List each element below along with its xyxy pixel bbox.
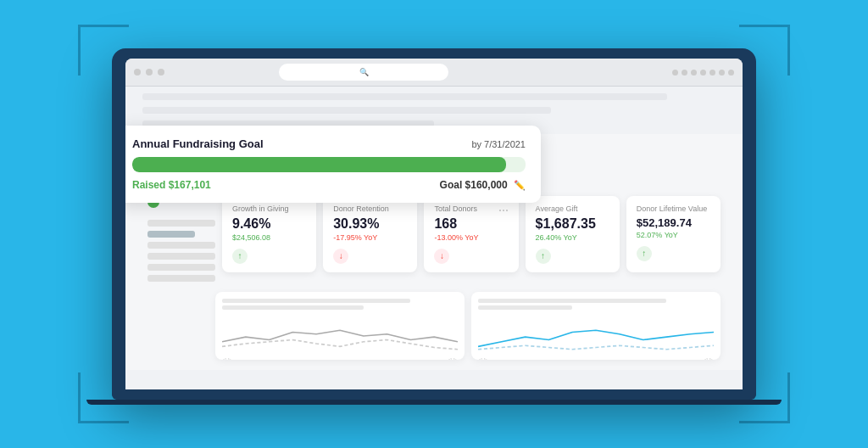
arrow-down-icon: ↓ <box>434 249 449 264</box>
chart-placeholder-lines <box>222 299 458 310</box>
metric-sub: -17.95% YoY <box>333 233 407 242</box>
sidebar-placeholder <box>147 242 215 249</box>
arrow-up-icon: ↑ <box>232 249 248 264</box>
charts-row: ◁ ▷ ◁ ▷ <box>207 292 729 360</box>
browser-dot-red <box>134 69 141 76</box>
placeholder-line <box>478 299 666 303</box>
metric-value: 30.93% <box>333 216 407 232</box>
placeholder-bar <box>142 107 551 114</box>
placeholder-bar <box>142 93 667 100</box>
placeholder-line <box>222 299 410 303</box>
placeholder-line <box>478 305 572 310</box>
chart-x-label: ◁ ▷ <box>222 356 232 360</box>
goal-card-footer: Raised $167,101 Goal $160,000 ✏️ <box>132 179 526 191</box>
metric-sub: $24,506.08 <box>232 233 306 242</box>
chart-x-label: ◁ ▷ <box>704 356 714 360</box>
metric-card-growth: Growth in Giving 9.46% $24,506.08 ↑ <box>222 196 316 272</box>
arrow-up-icon: ↑ <box>536 249 551 264</box>
laptop: 🔍 <box>112 48 756 400</box>
line-chart-1 <box>222 313 458 351</box>
arrow-up-icon: ↑ <box>637 246 652 261</box>
search-icon: 🔍 <box>359 68 369 76</box>
nav-dot <box>700 70 706 76</box>
goal-card: Annual Fundraising Goal by 7/31/2021 Rai… <box>125 126 541 203</box>
line-chart-2 <box>478 313 714 351</box>
metric-sub: -13.00% YoY <box>434 233 508 242</box>
chart-1: ◁ ▷ ◁ ▷ <box>215 292 465 360</box>
laptop-frame: 🔍 <box>70 16 798 432</box>
raised-amount: Raised $167,101 <box>132 179 211 191</box>
chart-bottom-labels: ◁ ▷ ◁ ▷ <box>478 356 714 360</box>
edit-icon[interactable]: ✏️ <box>514 180 526 190</box>
nav-dot <box>728 70 734 76</box>
metric-sub: 52.07% YoY <box>637 231 710 239</box>
metric-card-lifetime: Donor Lifetime Value $52,189.74 52.07% Y… <box>626 196 721 272</box>
laptop-base <box>112 389 756 400</box>
metric-card-retention: Donor Retention 30.93% -17.95% YoY ↓ <box>323 196 417 272</box>
progress-bar-fill <box>132 157 506 172</box>
nav-dot <box>691 70 697 76</box>
arrow-down-icon: ↓ <box>333 249 348 264</box>
metric-cards-row: Growth in Giving 9.46% $24,506.08 ↑ Dono… <box>222 196 721 272</box>
browser-nav-dots <box>672 70 734 76</box>
metric-card-avg-gift: Average Gift $1,687.35 26.40% YoY ↑ <box>526 196 620 272</box>
progress-bar-bg <box>132 157 526 172</box>
stats-section: Growth in Giving 9.46% $24,506.08 ↑ Dono… <box>139 196 729 282</box>
goal-amount: Goal $160,000 ✏️ <box>440 179 526 191</box>
nav-dot <box>672 70 678 76</box>
nav-dot <box>709 70 715 76</box>
metric-value: 168 <box>434 216 508 232</box>
goal-date: by 7/31/2021 <box>471 139 526 149</box>
chart-x-label: ◁ ▷ <box>448 356 458 360</box>
metric-value: 9.46% <box>232 216 306 232</box>
metric-sub: 26.40% YoY <box>536 233 609 242</box>
placeholder-line <box>222 305 364 310</box>
chart-2: ◁ ▷ ◁ ▷ <box>471 292 721 360</box>
metric-value: $52,189.74 <box>637 216 710 229</box>
laptop-screen: 🔍 <box>125 59 743 389</box>
metric-label: Growth in Giving <box>232 204 306 213</box>
metric-label: Donor Retention <box>333 204 407 213</box>
metric-value: $1,687.35 <box>536 216 609 232</box>
metric-label: Total Donors ⋯ <box>434 204 508 213</box>
sidebar-area <box>147 196 215 282</box>
chart-x-label: ◁ ▷ <box>478 356 488 360</box>
sidebar-placeholder <box>147 220 215 227</box>
sidebar-placeholder <box>147 275 215 282</box>
nav-dot <box>682 70 687 76</box>
chart-placeholder-lines <box>478 299 714 310</box>
nav-dot <box>719 70 725 76</box>
chart-bottom-labels: ◁ ▷ ◁ ▷ <box>222 356 458 360</box>
goal-title: Annual Fundraising Goal <box>132 137 264 150</box>
goal-card-header: Annual Fundraising Goal by 7/31/2021 <box>132 137 526 150</box>
browser-dot-green <box>158 69 164 76</box>
sidebar-placeholder <box>147 231 195 238</box>
sidebar-line-group <box>147 220 215 282</box>
screen-content: Annual Fundraising Goal by 7/31/2021 Rai… <box>125 134 743 370</box>
more-options-icon[interactable]: ⋯ <box>498 204 509 216</box>
metric-label: Average Gift <box>536 204 609 213</box>
sidebar-placeholder <box>147 264 215 271</box>
metrics-container: Growth in Giving 9.46% $24,506.08 ↑ Dono… <box>222 196 721 282</box>
metric-card-donors: Total Donors ⋯ 168 -13.00% YoY ↓ <box>424 196 518 272</box>
sidebar-placeholder <box>147 253 215 260</box>
browser-chrome: 🔍 <box>125 59 743 87</box>
browser-dot-yellow <box>146 69 153 76</box>
address-bar[interactable]: 🔍 <box>279 64 448 81</box>
metric-label: Donor Lifetime Value <box>637 204 710 213</box>
